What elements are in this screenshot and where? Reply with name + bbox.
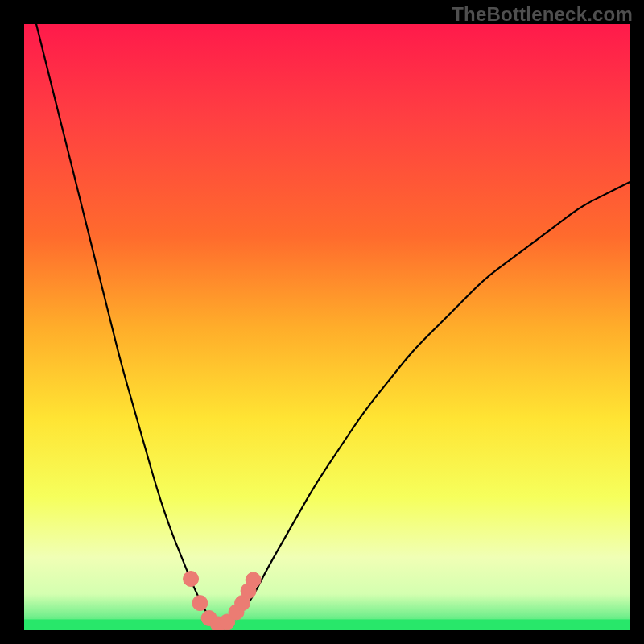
- marker-dot: [192, 596, 208, 611]
- watermark-text: TheBottleneck.com: [452, 3, 633, 26]
- bottleneck-chart: [0, 0, 644, 644]
- marker-dot: [246, 572, 261, 588]
- gradient-background: [24, 24, 630, 630]
- marker-dot: [184, 571, 199, 586]
- green-baseline-band: [24, 619, 630, 630]
